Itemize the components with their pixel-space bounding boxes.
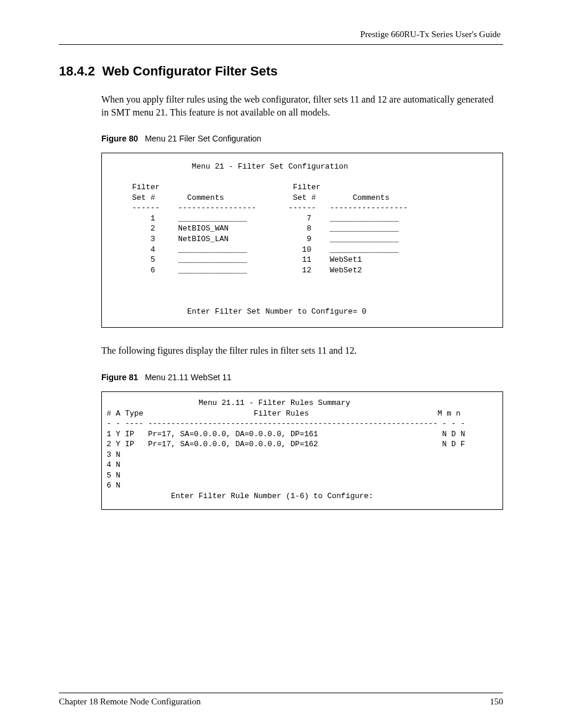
figure-80-caption-text: Menu 21 Filer Set Configuration xyxy=(145,134,262,143)
terminal-menu-21-11: Menu 21.11 - Filter Rules Summary # A Ty… xyxy=(101,391,503,510)
section-title-text: Web Configurator Filter Sets xyxy=(102,64,277,78)
figure-81-caption: Figure 81 Menu 21.11 WebSet 11 xyxy=(101,373,503,382)
figure-81-label: Figure 81 xyxy=(101,373,138,382)
page-footer: Chapter 18 Remote Node Configuration 150 xyxy=(59,693,503,707)
figure-80-caption: Figure 80 Menu 21 Filer Set Configuratio… xyxy=(101,134,503,143)
section-heading: 18.4.2 Web Configurator Filter Sets xyxy=(59,64,503,79)
intro-paragraph: When you apply filter rules using the we… xyxy=(101,93,503,118)
header-divider xyxy=(59,44,503,45)
after-fig80-paragraph: The following figures display the filter… xyxy=(101,344,503,357)
header-guide-title: Prestige 660RU-Tx Series User's Guide xyxy=(59,29,503,39)
section-number: 18.4.2 xyxy=(59,64,95,78)
footer-chapter: Chapter 18 Remote Node Configuration xyxy=(59,697,201,707)
figure-81-caption-text: Menu 21.11 WebSet 11 xyxy=(145,373,232,382)
terminal-menu-21: Menu 21 - Filter Set Configuration Filte… xyxy=(101,153,503,328)
footer-divider xyxy=(59,693,503,693)
footer-page-number: 150 xyxy=(490,697,504,707)
figure-80-label: Figure 80 xyxy=(101,134,138,143)
